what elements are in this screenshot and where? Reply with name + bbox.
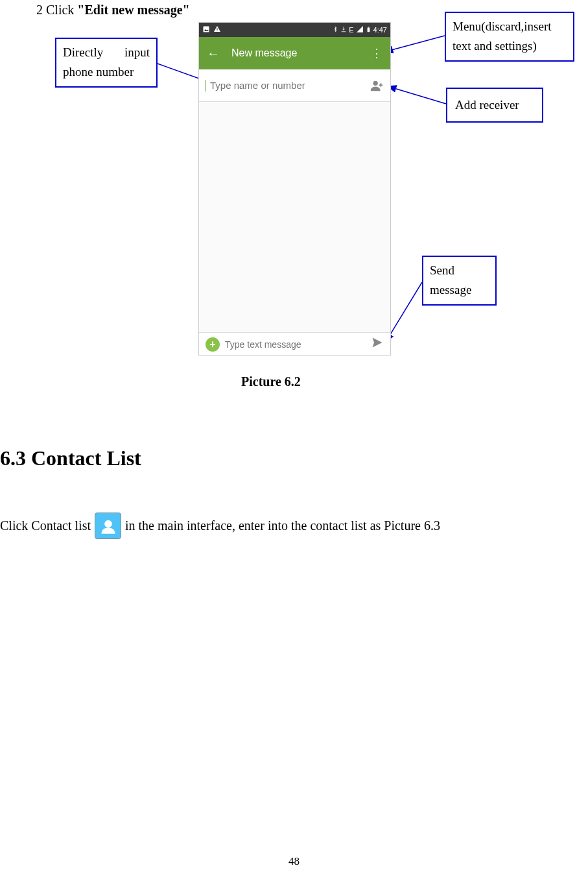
signal-icon — [356, 25, 364, 34]
back-arrow-icon[interactable]: ← — [207, 46, 220, 61]
bluetooth-icon — [333, 25, 338, 34]
paragraph-before: Click Contact list — [0, 518, 91, 533]
picture-icon — [202, 25, 210, 34]
svg-rect-5 — [204, 27, 209, 32]
svg-marker-14 — [373, 338, 382, 348]
title-bar: ← New message ⋮ — [199, 37, 390, 69]
message-body-area — [199, 102, 390, 332]
network-type: E — [349, 26, 353, 34]
recipient-input[interactable] — [207, 77, 370, 93]
svg-line-2 — [384, 36, 445, 52]
overflow-menu-icon[interactable]: ⋮ — [371, 46, 382, 60]
body-paragraph: Click Contact list in the main interface… — [0, 513, 440, 539]
warning-icon — [213, 25, 221, 34]
svg-marker-10 — [357, 26, 363, 32]
compose-row: + — [199, 332, 390, 356]
add-contact-icon[interactable] — [370, 78, 384, 93]
section-heading: 6.3 Contact List — [0, 446, 141, 470]
status-bar: E 4:47 — [199, 23, 390, 37]
figure-caption: Picture 6.2 — [241, 374, 301, 389]
text-cursor — [206, 80, 206, 91]
callout-add-receiver: Add receiver — [446, 88, 543, 123]
screen-title: New message — [231, 47, 371, 59]
status-time: 4:47 — [373, 26, 387, 34]
recipient-row — [199, 69, 390, 102]
svg-rect-11 — [367, 27, 370, 32]
attach-plus-icon[interactable]: + — [206, 337, 220, 352]
send-icon[interactable] — [371, 336, 384, 352]
callout-send-message: Send message — [422, 256, 497, 306]
svg-point-15 — [104, 520, 112, 527]
message-input[interactable] — [225, 339, 366, 350]
callout-directly-input: Directly input phone number — [55, 38, 158, 88]
svg-rect-8 — [217, 28, 218, 30]
contacts-app-icon — [95, 513, 121, 539]
step-text: 2 Click "Edit new message" — [36, 3, 190, 18]
svg-line-3 — [388, 86, 446, 104]
svg-point-13 — [373, 80, 378, 85]
svg-line-4 — [386, 282, 422, 342]
step-number: 2 Click — [36, 3, 77, 17]
paragraph-after: in the main interface, enter into the co… — [125, 518, 440, 533]
svg-rect-12 — [368, 27, 369, 27]
svg-rect-9 — [217, 30, 218, 31]
phone-screenshot: E 4:47 ← New message ⋮ + — [198, 22, 391, 356]
callout-menu: Menu(discard,insert text and settings) — [445, 12, 574, 62]
battery-icon — [366, 25, 371, 35]
download-icon — [340, 25, 347, 34]
page-number: 48 — [0, 855, 588, 868]
step-bold: "Edit new message" — [77, 3, 189, 17]
